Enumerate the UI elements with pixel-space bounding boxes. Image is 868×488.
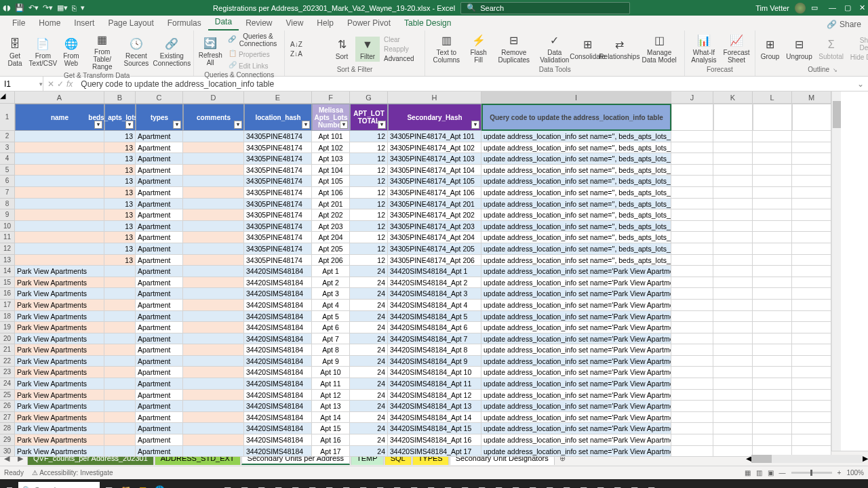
cell-A15[interactable]: Park View Apartments: [15, 277, 104, 289]
share-button[interactable]: 🔗 Share: [820, 18, 868, 30]
cell-C12[interactable]: Apartment: [136, 243, 183, 255]
cell-L26[interactable]: [753, 401, 792, 412]
cell-D30[interactable]: [183, 446, 244, 458]
row-header-14[interactable]: 14: [0, 266, 15, 277]
cell-J19[interactable]: [671, 322, 713, 333]
cell-E23[interactable]: 34420SIMS48184: [244, 367, 312, 378]
zoom-in-icon[interactable]: +: [837, 469, 842, 476]
cell-F21[interactable]: Apt 8: [312, 344, 350, 356]
cell-A18[interactable]: Park View Apartments: [15, 311, 104, 323]
zoom-level[interactable]: 100%: [846, 469, 864, 476]
table-row[interactable]: 13Apartment34305PINE48174Apt 1021234305P…: [15, 142, 831, 154]
qat-icon[interactable]: ▦▾: [57, 3, 68, 12]
cell-B25[interactable]: [104, 390, 136, 401]
cell-D12[interactable]: [183, 243, 244, 255]
cell-I11[interactable]: update address_location_info set name=''…: [481, 232, 671, 243]
col-header-M[interactable]: M: [792, 92, 831, 104]
show-detail-button[interactable]: Show Detail: [848, 36, 868, 52]
tab-view[interactable]: View: [279, 16, 311, 30]
table-row[interactable]: 13Apartment34305PINE48174Apt 1031234305P…: [15, 153, 831, 165]
edit-links-button[interactable]: 🔗Edit Links: [225, 60, 281, 71]
cell-F9[interactable]: Apt 202: [312, 209, 350, 221]
cell-H8[interactable]: 34305PINE48174_Apt 201: [388, 199, 481, 210]
table-row[interactable]: Park View ApartmentsApartment34420SIMS48…: [15, 390, 831, 401]
cell-A26[interactable]: Park View Apartments: [15, 401, 104, 412]
cell-B28[interactable]: [104, 423, 136, 434]
recent-sources-button[interactable]: 🕓Recent Sources: [121, 36, 152, 68]
cell-K8[interactable]: [713, 199, 753, 210]
cell-B12[interactable]: 13: [104, 243, 136, 255]
cell-L13[interactable]: [753, 255, 792, 266]
cell-B7[interactable]: 13: [104, 187, 136, 199]
cell-L6[interactable]: [753, 176, 792, 187]
taskbar-search[interactable]: 🔍 Search: [18, 482, 100, 488]
cell-H25[interactable]: 34420SIMS48184_Apt 12: [388, 390, 481, 401]
cell-H27[interactable]: 34420SIMS48184_Apt 14: [388, 412, 481, 424]
cell-F17[interactable]: Apt 4: [312, 300, 350, 311]
cell-L28[interactable]: [753, 423, 792, 434]
app-icon13[interactable]: ▣: [355, 482, 371, 488]
cell-M15[interactable]: [792, 277, 831, 289]
cell-D13[interactable]: [183, 255, 244, 266]
cell-A27[interactable]: Park View Apartments: [15, 412, 104, 424]
cell-J7[interactable]: [671, 187, 713, 199]
cell-I6[interactable]: update address_location_info set name=''…: [481, 176, 671, 187]
cell-A23[interactable]: Park View Apartments: [15, 367, 104, 378]
cell-B6[interactable]: 13: [104, 176, 136, 187]
cell-L18[interactable]: [753, 311, 792, 323]
cell-D11[interactable]: [183, 232, 244, 243]
row-header-15[interactable]: 15: [0, 277, 15, 289]
cell-D25[interactable]: [183, 390, 244, 401]
cell-I3[interactable]: update address_location_info set name=''…: [481, 142, 671, 154]
cell-K27[interactable]: [713, 412, 753, 424]
redo-icon[interactable]: ↷▾: [43, 3, 53, 12]
cell-L9[interactable]: [753, 209, 792, 221]
cell-G10[interactable]: 12: [350, 221, 388, 232]
cell-D18[interactable]: [183, 311, 244, 323]
cell-A13[interactable]: [15, 255, 104, 266]
zoom-out-icon[interactable]: —: [779, 469, 786, 476]
cell-F11[interactable]: Apt 204: [312, 232, 350, 243]
cell-E21[interactable]: 34420SIMS48184: [244, 344, 312, 356]
cell-J8[interactable]: [671, 199, 713, 210]
table-row[interactable]: 13Apartment34305PINE48174Apt 1011234305P…: [15, 131, 831, 142]
cell-I23[interactable]: update address_location_info set name='P…: [481, 367, 671, 378]
table-row[interactable]: 13Apartment34305PINE48174Apt 1051234305P…: [15, 176, 831, 187]
outline-launcher-icon[interactable]: ↘: [831, 67, 839, 73]
cell-M2[interactable]: [792, 131, 831, 142]
cell-G4[interactable]: 12: [350, 153, 388, 165]
cell-G20[interactable]: 24: [350, 333, 388, 345]
cell-D8[interactable]: [183, 199, 244, 210]
app-icon2[interactable]: ●: [168, 482, 184, 488]
cell-K19[interactable]: [713, 322, 753, 333]
row-header-24[interactable]: 24: [0, 378, 15, 390]
row-header-20[interactable]: 20: [0, 333, 15, 345]
cell-K2[interactable]: [713, 131, 753, 142]
cell-B9[interactable]: 13: [104, 209, 136, 221]
cell-L29[interactable]: [753, 434, 792, 446]
cell-E6[interactable]: 34305PINE48174: [244, 176, 312, 187]
view-layout-icon[interactable]: ▥: [756, 469, 762, 476]
cell-C22[interactable]: Apartment: [136, 356, 183, 367]
filter-dropdown-A[interactable]: ▾: [94, 121, 102, 129]
cell-J16[interactable]: [671, 288, 713, 300]
cell-D24[interactable]: [183, 378, 244, 390]
cell-B26[interactable]: [104, 401, 136, 412]
app-icon14[interactable]: ▣: [372, 482, 388, 488]
cell-I10[interactable]: update address_location_info set name=''…: [481, 221, 671, 232]
cell-L2[interactable]: [753, 131, 792, 142]
table-row[interactable]: Park View ApartmentsApartment34420SIMS48…: [15, 378, 831, 390]
cell-K17[interactable]: [713, 300, 753, 311]
table-header-B[interactable]: beds_apts_lots_qty▾: [104, 104, 136, 131]
cell-H30[interactable]: 34420SIMS48184_Apt 17: [388, 446, 481, 458]
cell-L4[interactable]: [753, 153, 792, 165]
cell-K29[interactable]: [713, 434, 753, 446]
cell-L11[interactable]: [753, 232, 792, 243]
cell-D14[interactable]: [183, 266, 244, 277]
cell-G15[interactable]: 24: [350, 277, 388, 289]
tab-help[interactable]: Help: [310, 16, 340, 30]
maximize-icon[interactable]: ▢: [844, 3, 851, 12]
app-icon27[interactable]: ▣: [592, 482, 608, 488]
cell-I24[interactable]: update address_location_info set name='P…: [481, 378, 671, 390]
col-header-A[interactable]: A: [15, 92, 104, 104]
